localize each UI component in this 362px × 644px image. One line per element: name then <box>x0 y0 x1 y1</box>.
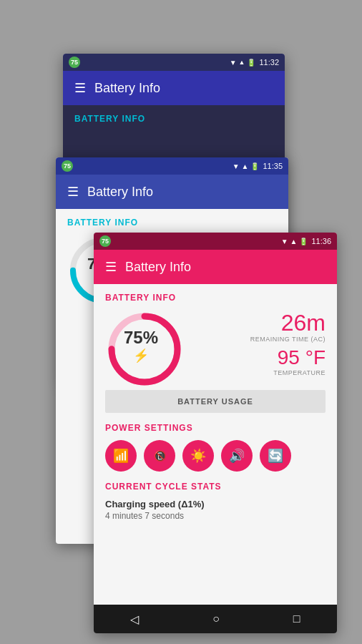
wifi-off-btn[interactable]: 📵 <box>144 440 175 472</box>
bolt-icon-front: ⚡ <box>124 348 158 364</box>
brightness-icon: ☀️ <box>190 448 206 464</box>
power-icons-row: 📶 📵 ☀️ 🔊 🔄 <box>105 440 326 472</box>
time-front: 11:36 <box>311 237 331 245</box>
status-bar-mid: 75 ▼ ▲ 🔋 11:35 <box>56 157 288 175</box>
refresh-btn[interactable]: 🔄 <box>260 440 291 472</box>
app-bar-back: ☰ Battery Info <box>63 71 285 105</box>
app-title-front: Battery Info <box>125 260 191 275</box>
status-bar-back: 75 ▼ ▲ 🔋 11:32 <box>63 54 285 71</box>
phone-front: 75 ▼ ▲ 🔋 11:36 ☰ Battery Info BATTERY IN… <box>94 233 337 633</box>
app-logo-back: 75 <box>69 57 80 68</box>
back-nav[interactable]: ◁ <box>130 613 139 626</box>
wifi-on-icon: 📶 <box>113 448 129 464</box>
status-bar-front: 75 ▼ ▲ 🔋 11:36 <box>94 233 337 250</box>
battery-section-title-front: BATTERY INFO <box>105 293 326 303</box>
wifi-icon: ▲ <box>239 59 245 66</box>
app-bar-front: ☰ Battery Info <box>94 250 337 284</box>
cycle-section: CURRENT CYCLE STATS Charging speed (Δ1%)… <box>105 482 326 521</box>
temperature-label-front: TEMPERATURE <box>188 369 326 376</box>
cycle-stats-title: CURRENT CYCLE STATS <box>105 482 326 492</box>
volume-btn[interactable]: 🔊 <box>221 440 253 472</box>
battery-section-title-back: BATTERY INFO <box>74 114 273 124</box>
signal-icon: ▼ <box>230 59 237 67</box>
charging-speed-label: Charging speed (Δ1%) <box>105 499 326 509</box>
content-front: BATTERY INFO 75% ⚡ 26m REMAINING TIME (A… <box>94 284 337 605</box>
temperature-front: 95 °F <box>188 347 326 369</box>
signal-icon-mid: ▼ <box>233 162 240 170</box>
status-icons-mid: ▼ ▲ 🔋 11:35 <box>233 162 283 170</box>
menu-icon-back[interactable]: ☰ <box>74 82 86 94</box>
charging-speed-value: 4 minutes 7 seconds <box>105 511 326 521</box>
battery-stats-front: 26m REMAINING TIME (AC) 95 °F TEMPERATUR… <box>177 311 326 381</box>
volume-icon: 🔊 <box>229 448 245 464</box>
battery-usage-button[interactable]: BATTERY USAGE <box>105 390 326 413</box>
battery-section-title-mid: BATTERY INFO <box>67 218 277 228</box>
battery-icon-mid: 🔋 <box>250 162 259 170</box>
battery-circle-front: 75% ⚡ <box>105 310 177 381</box>
power-settings-section: POWER SETTINGS 📶 📵 ☀️ 🔊 🔄 <box>105 423 326 472</box>
power-settings-title: POWER SETTINGS <box>105 423 326 433</box>
battery-icon: 🔋 <box>247 59 255 67</box>
phone-stack: 75 ▼ ▲ 🔋 11:32 ☰ Battery Info BATTERY IN… <box>52 43 310 601</box>
battery-icon-front: 🔋 <box>299 238 308 245</box>
wifi-icon-mid: ▲ <box>242 162 249 170</box>
home-nav[interactable]: ○ <box>212 613 220 625</box>
refresh-icon: 🔄 <box>268 448 283 464</box>
nav-bar: ◁ ○ □ <box>94 605 337 633</box>
signal-icon-front: ▼ <box>281 238 288 245</box>
time-mid: 11:35 <box>263 162 283 170</box>
app-logo-mid: 75 <box>62 160 73 172</box>
circle-text-front: 75% ⚡ <box>124 328 158 364</box>
battery-info-front: 75% ⚡ 26m REMAINING TIME (AC) 95 °F TEMP… <box>105 310 326 381</box>
app-title-mid: Battery Info <box>87 185 153 200</box>
wifi-btn[interactable]: 📶 <box>105 440 137 472</box>
battery-percent-front: 75% <box>124 328 158 348</box>
app-logo-front: 75 <box>99 235 111 247</box>
remaining-label-front: REMAINING TIME (AC) <box>188 336 326 343</box>
menu-icon-front[interactable]: ☰ <box>105 260 117 273</box>
time-back: 11:32 <box>259 58 279 67</box>
wifi-icon-front: ▲ <box>290 238 298 245</box>
brightness-btn[interactable]: ☀️ <box>182 440 214 472</box>
app-bar-mid: ☰ Battery Info <box>56 175 288 209</box>
remaining-time-front: 26m <box>188 311 326 336</box>
menu-icon-mid[interactable]: ☰ <box>67 185 79 198</box>
wifi-off-icon: 📵 <box>154 450 166 462</box>
recent-nav[interactable]: □ <box>293 613 300 625</box>
status-icons-back: ▼ ▲ 🔋 11:32 <box>230 58 279 67</box>
status-icons-front: ▼ ▲ 🔋 11:36 <box>281 237 331 245</box>
app-title-back: Battery Info <box>94 81 160 96</box>
